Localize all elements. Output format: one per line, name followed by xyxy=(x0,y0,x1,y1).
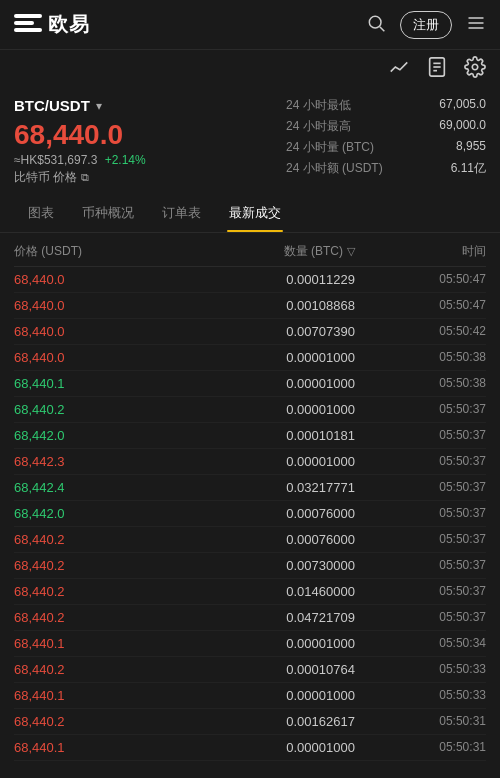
trade-price: 68,440.2 xyxy=(14,532,184,547)
header: 欧易 注册 xyxy=(0,0,500,50)
trade-row: 68,440.2 0.00076000 05:50:37 xyxy=(14,527,486,553)
menu-button[interactable] xyxy=(466,13,486,36)
sub-header xyxy=(0,50,500,87)
trade-price: 68,442.3 xyxy=(14,454,184,469)
trade-price: 68,440.0 xyxy=(14,272,184,287)
settings-icon[interactable] xyxy=(464,56,486,81)
trade-price: 68,440.2 xyxy=(14,714,184,729)
trade-qty: 0.00076000 xyxy=(184,532,354,547)
trade-time: 05:50:31 xyxy=(355,740,486,754)
tab-orders[interactable]: 订单表 xyxy=(148,194,215,232)
trade-price: 68,440.2 xyxy=(14,662,184,677)
stat-label: 24 小时最高 xyxy=(286,118,351,135)
change-pct: +2.14% xyxy=(105,153,146,167)
trade-row: 68,440.0 0.00707390 05:50:42 xyxy=(14,319,486,345)
trade-row: 68,440.2 0.00730000 05:50:37 xyxy=(14,553,486,579)
col-price-header: 价格 (USDT) xyxy=(14,243,184,260)
trade-price: 68,440.0 xyxy=(14,298,184,313)
logo-area: 欧易 xyxy=(14,11,90,38)
trade-row: 68,440.2 0.00010764 05:50:33 xyxy=(14,657,486,683)
stat-row: 24 小时最低67,005.0 xyxy=(286,97,486,114)
trade-time: 05:50:33 xyxy=(355,662,486,676)
trade-qty: 0.00162617 xyxy=(184,714,354,729)
tab-trades[interactable]: 最新成交 xyxy=(215,194,295,232)
trade-row: 68,442.0 0.00010181 05:50:37 xyxy=(14,423,486,449)
trades-header: 价格 (USDT) 数量 (BTC) ▽ 时间 xyxy=(14,233,486,267)
trade-time: 05:50:37 xyxy=(355,532,486,546)
trade-row: 68,440.2 0.04721709 05:50:37 xyxy=(14,605,486,631)
svg-point-9 xyxy=(472,64,478,70)
external-link-icon[interactable]: ⧉ xyxy=(81,171,89,184)
trade-row: 68,440.1 0.00001000 05:50:31 xyxy=(14,735,486,761)
trade-row: 68,440.2 0.00001000 05:50:37 xyxy=(14,397,486,423)
trade-qty: 0.00076000 xyxy=(184,506,354,521)
trade-qty: 0.00730000 xyxy=(184,558,354,573)
svg-point-0 xyxy=(369,16,381,28)
trade-row: 68,440.2 0.01460000 05:50:37 xyxy=(14,579,486,605)
hk-price-row: ≈HK$531,697.3 +2.14% xyxy=(14,153,286,167)
register-button[interactable]: 注册 xyxy=(400,11,452,39)
stat-label: 24 小时量 (BTC) xyxy=(286,139,374,156)
pair-chevron-icon[interactable]: ▾ xyxy=(96,99,102,113)
trade-row: 68,440.0 0.00108868 05:50:47 xyxy=(14,293,486,319)
trade-time: 05:50:31 xyxy=(355,714,486,728)
trade-price: 68,440.0 xyxy=(14,324,184,339)
trade-price: 68,440.1 xyxy=(14,636,184,651)
logo-icon xyxy=(14,14,42,36)
stat-value: 67,005.0 xyxy=(439,97,486,114)
hk-amount: ≈HK$531,697.3 xyxy=(14,153,97,167)
trade-price: 68,440.0 xyxy=(14,350,184,365)
trade-qty: 0.00001000 xyxy=(184,636,354,651)
chart-line-icon[interactable] xyxy=(388,56,410,81)
trade-row: 68,442.4 0.03217771 05:50:37 xyxy=(14,475,486,501)
trade-qty: 0.00707390 xyxy=(184,324,354,339)
stat-row: 24 小时最高69,000.0 xyxy=(286,118,486,135)
trade-price: 68,442.4 xyxy=(14,480,184,495)
trade-time: 05:50:37 xyxy=(355,428,486,442)
search-button[interactable] xyxy=(366,13,386,36)
pair-name: BTC/USDT xyxy=(14,97,90,114)
stat-label: 24 小时额 (USDT) xyxy=(286,160,383,177)
filter-icon[interactable]: ▽ xyxy=(347,245,355,258)
trades-body: 68,440.0 0.00011229 05:50:47 68,440.0 0.… xyxy=(14,267,486,761)
trade-time: 05:50:37 xyxy=(355,454,486,468)
trade-price: 68,440.2 xyxy=(14,558,184,573)
trade-qty: 0.04721709 xyxy=(184,610,354,625)
trade-qty: 0.01460000 xyxy=(184,584,354,599)
trade-time: 05:50:47 xyxy=(355,298,486,312)
tab-chart[interactable]: 图表 xyxy=(14,194,68,232)
trade-time: 05:50:47 xyxy=(355,272,486,286)
trade-time: 05:50:37 xyxy=(355,584,486,598)
trade-qty: 0.00001000 xyxy=(184,402,354,417)
trade-price: 68,442.0 xyxy=(14,428,184,443)
trade-time: 05:50:42 xyxy=(355,324,486,338)
trade-qty: 0.00001000 xyxy=(184,350,354,365)
trade-price: 68,440.2 xyxy=(14,610,184,625)
trade-price: 68,442.0 xyxy=(14,506,184,521)
trade-qty: 0.00010764 xyxy=(184,662,354,677)
trade-qty: 0.00001000 xyxy=(184,376,354,391)
stat-value: 69,000.0 xyxy=(439,118,486,135)
trades-section: 价格 (USDT) 数量 (BTC) ▽ 时间 68,440.0 0.00011… xyxy=(0,233,500,761)
logo-text: 欧易 xyxy=(48,11,90,38)
trade-row: 68,440.1 0.00001000 05:50:38 xyxy=(14,371,486,397)
trade-price: 68,440.2 xyxy=(14,584,184,599)
header-right: 注册 xyxy=(366,11,486,39)
stat-row: 24 小时量 (BTC)8,955 xyxy=(286,139,486,156)
trade-row: 68,440.1 0.00001000 05:50:34 xyxy=(14,631,486,657)
stat-value: 8,955 xyxy=(456,139,486,156)
trade-time: 05:50:37 xyxy=(355,402,486,416)
tab-overview[interactable]: 币种概况 xyxy=(68,194,148,232)
trade-qty: 0.03217771 xyxy=(184,480,354,495)
trade-price: 68,440.1 xyxy=(14,376,184,391)
trade-row: 68,440.0 0.00001000 05:50:38 xyxy=(14,345,486,371)
price-left: BTC/USDT ▾ 68,440.0 ≈HK$531,697.3 +2.14%… xyxy=(14,97,286,186)
big-price: 68,440.0 xyxy=(14,120,286,151)
document-icon[interactable] xyxy=(426,56,448,81)
stat-label: 24 小时最低 xyxy=(286,97,351,114)
btc-label: 比特币 价格 ⧉ xyxy=(14,169,286,186)
trade-qty: 0.00001000 xyxy=(184,688,354,703)
trade-price: 68,440.1 xyxy=(14,740,184,755)
trade-time: 05:50:37 xyxy=(355,480,486,494)
trade-time: 05:50:38 xyxy=(355,376,486,390)
